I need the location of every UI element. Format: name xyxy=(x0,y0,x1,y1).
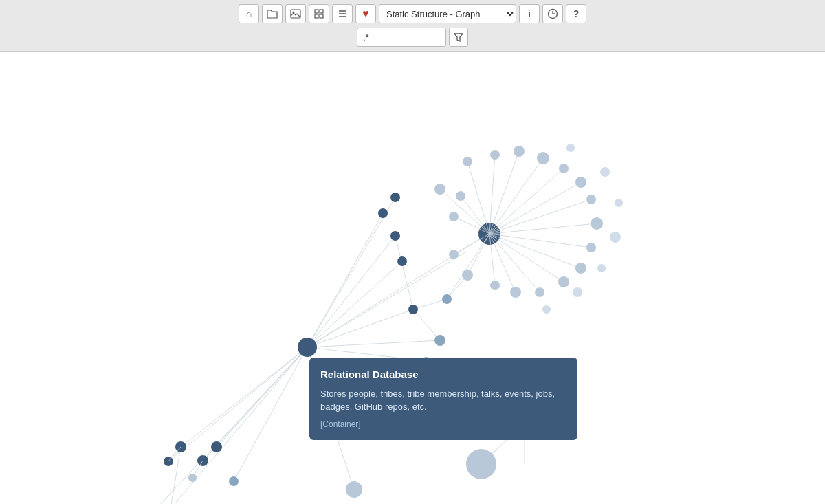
svg-line-48 xyxy=(461,196,490,234)
svg-line-18 xyxy=(307,340,440,347)
svg-rect-3 xyxy=(320,10,323,13)
svg-point-82 xyxy=(566,144,575,152)
svg-point-92 xyxy=(397,256,407,266)
home-button[interactable]: ⌂ xyxy=(239,4,259,23)
svg-point-100 xyxy=(466,449,496,479)
svg-line-35 xyxy=(490,168,564,234)
search-input[interactable] xyxy=(357,28,446,47)
svg-line-15 xyxy=(307,236,395,347)
svg-point-91 xyxy=(390,231,400,241)
list-button[interactable] xyxy=(332,4,353,23)
svg-point-67 xyxy=(559,164,569,173)
svg-point-69 xyxy=(586,195,596,204)
grid-button[interactable] xyxy=(309,4,329,23)
svg-line-19 xyxy=(307,347,426,361)
svg-point-66 xyxy=(537,152,549,164)
svg-line-54 xyxy=(447,234,490,299)
svg-rect-0 xyxy=(291,10,300,18)
svg-point-93 xyxy=(408,305,418,314)
image-button[interactable] xyxy=(285,4,306,23)
svg-point-83 xyxy=(600,167,610,177)
filter-button[interactable] xyxy=(449,28,468,47)
svg-line-32 xyxy=(490,155,495,234)
svg-point-71 xyxy=(586,243,596,252)
svg-point-101 xyxy=(346,481,362,498)
toolbar-main-row: ⌂ ♥ Static Structure - Graph Static Stru… xyxy=(239,4,586,23)
svg-line-50 xyxy=(413,309,440,340)
svg-point-63 xyxy=(463,157,472,166)
svg-point-75 xyxy=(510,287,521,298)
svg-rect-5 xyxy=(320,14,323,18)
svg-line-51 xyxy=(395,236,413,309)
folder-button[interactable] xyxy=(262,4,283,23)
svg-marker-12 xyxy=(454,34,463,41)
svg-line-24 xyxy=(181,347,307,447)
graph-canvas[interactable]: .edge { stroke: #c8d4dc; stroke-width: 0… xyxy=(0,52,825,504)
svg-point-94 xyxy=(434,335,446,346)
svg-point-74 xyxy=(535,287,544,297)
svg-line-13 xyxy=(307,197,395,347)
svg-line-34 xyxy=(490,158,543,234)
svg-point-89 xyxy=(390,193,400,202)
svg-point-76 xyxy=(490,281,500,290)
svg-point-99 xyxy=(386,417,398,429)
svg-point-96 xyxy=(442,294,452,304)
svg-line-21 xyxy=(307,234,488,347)
view-select[interactable]: Static Structure - Graph Static Structur… xyxy=(379,4,516,23)
svg-line-31 xyxy=(468,162,490,234)
svg-point-88 xyxy=(542,305,551,314)
svg-point-95 xyxy=(422,357,430,365)
toolbar: ⌂ ♥ Static Structure - Graph Static Stru… xyxy=(0,0,825,52)
svg-point-65 xyxy=(514,146,525,157)
svg-point-115 xyxy=(188,474,197,482)
svg-point-73 xyxy=(558,276,569,287)
svg-line-16 xyxy=(307,261,402,347)
graph-svg: .edge { stroke: #c8d4dc; stroke-width: 0… xyxy=(0,52,825,504)
svg-line-33 xyxy=(490,151,519,234)
svg-line-29 xyxy=(307,347,354,490)
help-button[interactable]: ? xyxy=(566,4,586,23)
svg-point-102 xyxy=(211,441,222,452)
clock-button[interactable] xyxy=(542,4,563,23)
svg-point-78 xyxy=(449,250,459,259)
svg-line-17 xyxy=(307,309,413,347)
svg-line-41 xyxy=(490,234,564,282)
svg-line-25 xyxy=(168,347,307,461)
svg-point-70 xyxy=(591,217,603,230)
svg-point-64 xyxy=(490,150,500,160)
svg-point-108 xyxy=(229,476,239,486)
svg-point-84 xyxy=(615,199,623,207)
svg-point-90 xyxy=(378,208,388,218)
svg-point-85 xyxy=(610,232,621,243)
toolbar-search-row xyxy=(357,28,468,47)
svg-point-77 xyxy=(462,270,473,281)
svg-rect-4 xyxy=(315,14,318,18)
svg-point-72 xyxy=(575,263,586,274)
svg-rect-2 xyxy=(315,10,318,13)
svg-line-39 xyxy=(490,234,591,248)
info-button[interactable]: i xyxy=(519,4,540,23)
svg-line-14 xyxy=(307,213,383,347)
svg-point-81 xyxy=(434,184,446,195)
svg-point-97 xyxy=(298,338,317,357)
svg-line-27 xyxy=(146,347,307,504)
svg-point-79 xyxy=(449,212,459,221)
svg-line-52 xyxy=(413,299,447,309)
svg-point-86 xyxy=(597,264,606,272)
svg-point-87 xyxy=(573,287,582,297)
svg-point-80 xyxy=(456,191,465,201)
svg-point-68 xyxy=(575,177,586,188)
svg-line-40 xyxy=(490,234,581,268)
favorite-button[interactable]: ♥ xyxy=(355,4,376,23)
svg-point-98 xyxy=(512,410,537,435)
